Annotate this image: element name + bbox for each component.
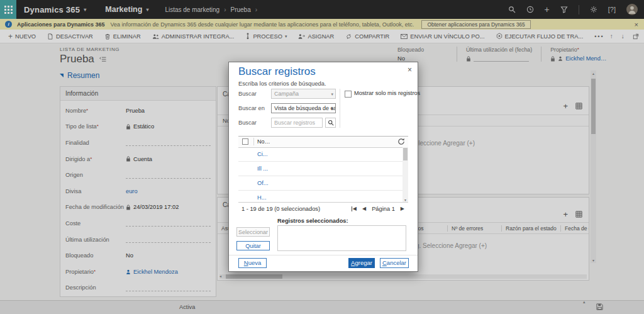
grid-row[interactable]: Of... [238, 176, 402, 191]
grid-row[interactable]: Ill ... [238, 162, 402, 176]
selected-records-box[interactable] [277, 225, 406, 251]
chevron-down-icon: ▾ [331, 92, 333, 97]
view-select[interactable]: Vista de búsqueda de cam ▾ [271, 103, 336, 113]
new-button[interactable]: Nueva [238, 258, 267, 268]
search-input[interactable] [271, 118, 323, 128]
select-button[interactable]: Seleccionar [236, 227, 270, 237]
grid-footer: 1 - 19 de 19 (0 seleccionados) ◀ ◀ Págin… [238, 202, 408, 215]
app-window: Dynamics 365 ▾ Marketing ▾ Listas de mar… [0, 0, 644, 314]
grid-row[interactable]: Ci... [238, 147, 402, 162]
show-only-mine-label: Mostrar solo mis registros [354, 90, 420, 96]
grid-header: No… [238, 136, 408, 148]
refresh-icon[interactable] [397, 138, 405, 145]
entity-select-value: Campaña [274, 91, 299, 97]
lookup-results-grid: No… Ci...Ill ...Of...H... ▾ 1 - 19 de 19… [238, 136, 408, 215]
grid-rows: Ci...Ill ...Of...H... [238, 147, 402, 205]
previous-page-icon[interactable]: ◀ [362, 206, 366, 211]
grid-scrollbar[interactable]: ▾ [402, 147, 408, 202]
selected-records-label: Registros seleccionados: [277, 218, 348, 224]
next-page-icon[interactable]: ▶ [401, 206, 404, 211]
dialog-divider [340, 89, 340, 128]
entity-select: Campaña ▾ [271, 89, 336, 99]
dialog-footer-divider [229, 255, 418, 255]
dialog-close-icon[interactable]: × [408, 66, 412, 74]
search-label: Buscar [238, 120, 257, 126]
search-for-label: Buscar [238, 91, 257, 97]
column-divider [253, 138, 254, 145]
record-link[interactable]: H... [257, 194, 266, 201]
record-range: 1 - 19 de 19 (0 seleccionados) [242, 206, 320, 212]
dialog-subtitle: Escriba los criterios de búsqueda. [238, 81, 326, 87]
lookup-records-dialog: × Buscar registros Escriba los criterios… [228, 62, 418, 272]
first-page-icon[interactable]: ◀ [352, 206, 357, 211]
dialog-title: Buscar registros [238, 65, 316, 78]
view-select-value: Vista de búsqueda de cam [274, 105, 336, 111]
search-in-label: Buscar en [238, 105, 265, 111]
pager: ◀ ◀ Página 1 ▶ [352, 206, 408, 212]
select-all-checkbox[interactable] [242, 138, 248, 145]
record-link[interactable]: Ill ... [257, 165, 268, 172]
remove-button[interactable]: Quitar [236, 241, 270, 250]
scroll-down-icon[interactable]: ▾ [402, 198, 408, 202]
chevron-down-icon: ▾ [331, 106, 333, 111]
search-button[interactable] [325, 118, 336, 128]
show-only-mine-checkbox[interactable] [345, 91, 352, 98]
page-indicator: Página 1 [372, 206, 395, 212]
scrollbar-thumb[interactable] [403, 148, 408, 160]
record-link[interactable]: Ci... [257, 151, 268, 157]
add-button[interactable]: Agregar [348, 258, 375, 268]
cancel-button[interactable]: Cancelar [380, 258, 409, 268]
grid-column-name[interactable]: No… [257, 138, 270, 145]
record-link[interactable]: Of... [257, 180, 269, 186]
